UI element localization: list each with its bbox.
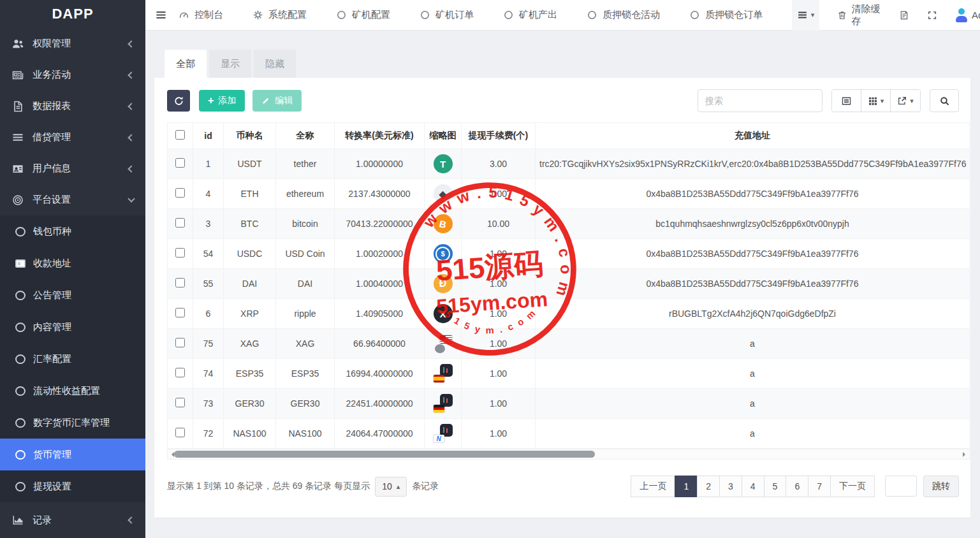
table-row[interactable]: 74 ESP35 ESP35 16994.40000000 1.00 a (168, 359, 970, 389)
sidebar-item[interactable]: 平台设置 (0, 184, 145, 215)
jump-button[interactable]: 跳转 (923, 476, 959, 497)
cell-symbol: DAI (224, 269, 276, 299)
sidebar-item-label: 平台设置 (33, 194, 71, 206)
sidebar-item[interactable]: 借贷管理 (0, 122, 145, 153)
row-checkbox[interactable] (175, 218, 185, 228)
cell-deposit-address: trc20:TGcqjikvHXYs2six95x1PNSyRRzCKi1krV… (536, 149, 970, 179)
table-row[interactable]: 4 ETH ethereum 2137.43000000 1.00 0x4ba8… (168, 179, 970, 209)
sidebar-subitem[interactable]: 汇率配置 (0, 343, 145, 375)
topnav-item[interactable]: 质押锁仓订单 (689, 9, 763, 21)
cell-fee: 1.00 (462, 419, 536, 449)
sidebar-subitem[interactable]: 收款地址 (0, 247, 145, 279)
user-avatar[interactable] (955, 8, 965, 22)
add-button-label: 添加 (218, 95, 236, 106)
cell-symbol: ETH (224, 179, 276, 209)
row-checkbox[interactable] (175, 368, 185, 377)
sidebar-item-icon (11, 131, 24, 144)
table-row[interactable]: 6 XRP ripple 1.40905000 1.00 rBUGBLTg2Xc… (168, 299, 970, 329)
sidebar-subitem[interactable]: 提现设置 (0, 470, 145, 502)
topnav-item[interactable]: 矿机配置 (336, 9, 390, 21)
row-checkbox[interactable] (175, 278, 185, 287)
columns-button[interactable]: ▾ (861, 90, 891, 112)
cell-deposit-address: a (536, 329, 970, 359)
cell-id: 75 (193, 329, 224, 359)
sidebar-subitem-label: 流动性收益配置 (33, 385, 100, 397)
row-checkbox[interactable] (175, 308, 185, 317)
sidebar-subitem[interactable]: 内容管理 (0, 311, 145, 343)
add-button[interactable]: + 添加 (199, 90, 245, 112)
topnav-item[interactable]: 矿机订单 (420, 9, 474, 21)
page-number-button[interactable]: 2 (697, 476, 720, 497)
nav-list-dropdown-button[interactable]: ▾ (792, 0, 819, 31)
document-icon[interactable] (899, 9, 909, 22)
row-checkbox[interactable] (175, 398, 185, 407)
table-row[interactable]: 55 DAI DAI 1.00040000 1.00 0x4ba8B1D253B… (168, 269, 970, 299)
edit-button[interactable]: 编辑 (252, 90, 302, 112)
row-checkbox[interactable] (175, 248, 185, 258)
submenu-bullet-icon (15, 227, 26, 236)
topnav-item[interactable]: 系统配置 (252, 9, 307, 21)
table-row[interactable]: 73 GER30 GER30 22451.40000000 1.00 a (168, 389, 970, 419)
jump-page-input[interactable] (885, 476, 917, 497)
table-row[interactable]: 1 USDT tether 1.00000000 3.00 trc20:TGcq… (168, 149, 970, 179)
page-number-button[interactable]: 1 (675, 476, 698, 497)
row-checkbox[interactable] (175, 158, 185, 168)
sidebar-subitem[interactable]: 公告管理 (0, 279, 145, 311)
scroll-left-arrow[interactable] (169, 452, 174, 457)
page-number-button[interactable]: 7 (808, 476, 831, 497)
row-checkbox[interactable] (175, 338, 185, 347)
cell-deposit-address: bc1quhmqhsaeshnwrglzsy0cl5z6pp6x0tv00nyp… (536, 209, 970, 239)
page-number-button[interactable]: 3 (719, 476, 742, 497)
filter-tab[interactable]: 隐藏 (254, 50, 296, 78)
cell-fullname: NAS100 (276, 419, 335, 449)
search-button[interactable] (930, 89, 959, 112)
column-header: 币种名 (224, 123, 276, 149)
sidebar-item[interactable]: 业务活动 (0, 59, 145, 91)
cell-fee: 10.00 (462, 209, 536, 239)
clear-cache-button[interactable]: 清除缓存 (837, 3, 881, 27)
search-input[interactable] (698, 89, 823, 112)
next-page-button[interactable]: 下一页 (830, 476, 875, 497)
refresh-button[interactable] (167, 90, 190, 112)
topnav-item[interactable]: 矿机产出 (503, 9, 557, 21)
page-size-select[interactable]: 10 ▴ (375, 477, 407, 497)
sidebar-item[interactable]: 权限管理 (0, 28, 145, 59)
chevron-icon (128, 103, 135, 110)
topnav-item[interactable]: 控制台 (179, 9, 223, 21)
sidebar-menu: 权限管理 业务活动 数据报表 借贷管理 用户信息 平台设置 (0, 28, 145, 215)
topnav-item-icon (179, 10, 189, 20)
sidebar-item[interactable]: 用户信息 (0, 153, 145, 184)
table-row[interactable]: 3 BTC bitcoin 70413.22000000 10.00 bc1qu… (168, 209, 970, 239)
sidebar-subitem[interactable]: 钱包币种 (0, 215, 145, 247)
row-checkbox[interactable] (175, 188, 185, 198)
sidebar-subitem[interactable]: 货币管理 (0, 439, 145, 470)
sidebar-item[interactable]: 数据报表 (0, 91, 145, 122)
cell-fee: 1.00 (462, 299, 536, 329)
sidebar-subitem[interactable]: 流动性收益配置 (0, 375, 145, 407)
detail-view-button[interactable] (832, 90, 861, 112)
scroll-right-arrow[interactable] (963, 452, 968, 457)
admin-username[interactable]: Admin (972, 10, 980, 20)
row-checkbox[interactable] (175, 428, 185, 437)
page-number-button[interactable]: 4 (742, 476, 764, 497)
hamburger-menu-icon[interactable] (155, 6, 167, 25)
table-row[interactable]: 75 XAG XAG 66.96400000 1.00 a (168, 329, 970, 359)
filter-tab[interactable]: 显示 (209, 50, 251, 78)
cell-fee: 1.00 (462, 179, 536, 209)
prev-page-button[interactable]: 上一页 (631, 476, 675, 497)
pagination: 上一页 1 2 3 4 5 (631, 476, 959, 497)
page-number-button[interactable]: 5 (764, 476, 787, 497)
select-all-checkbox[interactable] (175, 130, 185, 140)
pencil-icon (261, 96, 270, 105)
page-number-button[interactable]: 6 (786, 476, 808, 497)
filter-tab[interactable]: 全部 (165, 50, 207, 78)
sidebar-item[interactable]: 记录 (0, 502, 145, 538)
table-row[interactable]: 54 USDC USD Coin 1.00020000 1.00 0x4ba8B… (168, 239, 970, 269)
submenu-bullet-icon (15, 291, 26, 300)
topnav-item[interactable]: 质押锁仓活动 (587, 9, 660, 21)
sidebar-subitem[interactable]: 数字货币汇率管理 (0, 407, 145, 439)
fullscreen-icon[interactable] (927, 9, 937, 22)
scrollbar-thumb[interactable] (174, 451, 595, 458)
export-button[interactable]: ▾ (891, 90, 920, 112)
table-row[interactable]: 72 NAS100 NAS100 24064.47000000 1.00 a (168, 419, 970, 449)
